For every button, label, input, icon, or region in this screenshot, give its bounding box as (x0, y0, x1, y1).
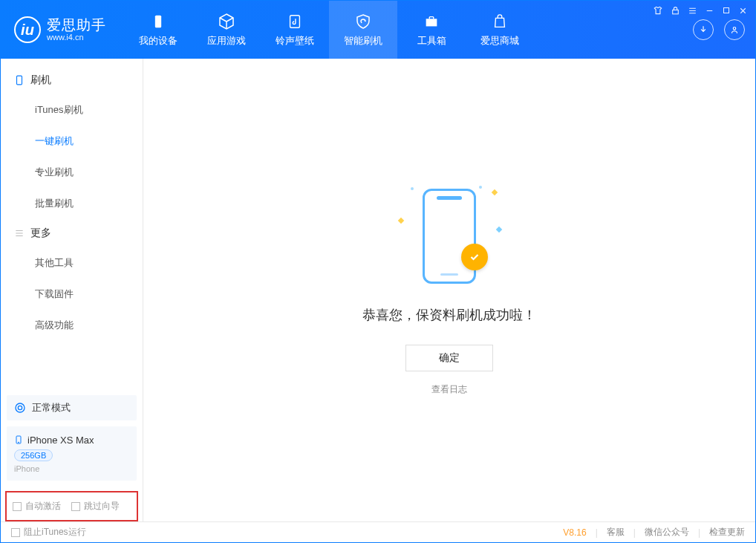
main-nav: 我的设备 应用游戏 铃声壁纸 智能刷机 工具箱 爱思商城 (124, 1, 534, 59)
main-content: 恭喜您，保资料刷机成功啦！ 确定 查看日志 (143, 59, 755, 521)
ok-button[interactable]: 确定 (405, 345, 493, 371)
success-message: 恭喜您，保资料刷机成功啦！ (362, 306, 536, 324)
device-name: iPhone XS Max (27, 435, 94, 446)
sidebar-item-oneclick-flash[interactable]: 一键刷机 (1, 126, 143, 157)
svg-point-6 (16, 403, 25, 412)
nav-label: 智能刷机 (344, 34, 382, 48)
nav-flash[interactable]: 智能刷机 (329, 1, 397, 59)
nav-label: 应用游戏 (207, 34, 246, 48)
sidebar-item-itunes-flash[interactable]: iTunes刷机 (1, 94, 143, 126)
app-logo: iu 爱思助手 www.i4.cn (1, 16, 120, 43)
refresh-shield-icon (353, 12, 373, 31)
maximize-button[interactable] (722, 6, 731, 17)
footer-update-link[interactable]: 检查更新 (709, 526, 745, 539)
shirt-icon[interactable] (653, 5, 663, 18)
toolbox-icon (422, 12, 441, 31)
sidebar-group-flash: 刷机 (1, 66, 143, 94)
success-illustration (397, 184, 501, 288)
logo-badge-icon: iu (14, 16, 41, 43)
device-type: iPhone (14, 464, 129, 473)
sidebar-item-other-tools[interactable]: 其他工具 (1, 247, 143, 279)
device-storage: 256GB (14, 449, 53, 461)
app-header: iu 爱思助手 www.i4.cn 我的设备 应用游戏 铃声壁纸 智能刷机 工具… (1, 1, 755, 59)
svg-point-4 (733, 27, 736, 30)
music-file-icon (285, 12, 304, 31)
connection-status[interactable]: 正常模式 (7, 395, 137, 420)
phone-graphic-icon (423, 189, 476, 284)
window-controls (653, 5, 748, 18)
download-button[interactable] (693, 19, 714, 40)
nav-toolbox[interactable]: 工具箱 (397, 1, 466, 59)
svg-rect-0 (673, 10, 679, 13)
block-itunes-checkbox[interactable]: 阻止iTunes运行 (11, 526, 86, 539)
sidebar: 刷机 iTunes刷机 一键刷机 专业刷机 批量刷机 更多 其他工具 下载固件 … (1, 59, 143, 521)
sidebar-item-pro-flash[interactable]: 专业刷机 (1, 157, 143, 188)
opt-label: 自动激活 (25, 500, 61, 513)
lock-icon[interactable] (671, 6, 680, 18)
sync-icon (14, 402, 26, 414)
bag-icon (490, 12, 509, 31)
view-log-link[interactable]: 查看日志 (431, 383, 467, 396)
opt-label: 跳过向导 (84, 500, 120, 513)
nav-label: 铃声壁纸 (276, 34, 314, 48)
nav-store[interactable]: 爱思商城 (466, 1, 534, 59)
list-icon (14, 228, 25, 238)
sidebar-item-download-firmware[interactable]: 下载固件 (1, 279, 143, 310)
footer-wechat-link[interactable]: 微信公众号 (645, 526, 689, 539)
footer-block-label: 阻止iTunes运行 (24, 526, 86, 539)
app-url: www.i4.cn (47, 33, 106, 42)
group-title: 更多 (30, 227, 51, 240)
nav-ringtones[interactable]: 铃声壁纸 (261, 1, 329, 59)
version-label: V8.16 (563, 527, 586, 538)
menu-icon[interactable] (688, 6, 697, 18)
svg-rect-5 (17, 76, 22, 85)
sidebar-group-more: 更多 (1, 219, 143, 247)
check-badge-icon (461, 244, 488, 270)
sidebar-item-advanced[interactable]: 高级功能 (1, 310, 143, 341)
user-button[interactable] (724, 19, 745, 40)
device-icon (14, 434, 23, 446)
nav-label: 爱思商城 (480, 34, 519, 48)
phone-icon (149, 12, 168, 31)
status-text: 正常模式 (32, 401, 71, 414)
device-card[interactable]: iPhone XS Max 256GB iPhone (7, 426, 137, 481)
header-actions (693, 19, 745, 40)
svg-rect-1 (724, 8, 729, 13)
cube-icon (217, 12, 236, 31)
sidebar-item-batch-flash[interactable]: 批量刷机 (1, 188, 143, 219)
svg-rect-3 (290, 16, 300, 28)
minimize-button[interactable] (705, 6, 714, 18)
group-title: 刷机 (30, 74, 51, 87)
nav-label: 工具箱 (417, 34, 446, 48)
nav-apps[interactable]: 应用游戏 (192, 1, 261, 59)
auto-activate-checkbox[interactable]: 自动激活 (13, 500, 61, 513)
status-bar: 阻止iTunes运行 V8.16 | 客服 | 微信公众号 | 检查更新 (1, 521, 755, 542)
app-name: 爱思助手 (47, 18, 106, 33)
svg-rect-2 (155, 16, 161, 28)
highlighted-options: 自动激活 跳过向导 (5, 491, 138, 521)
nav-my-device[interactable]: 我的设备 (124, 1, 192, 59)
skip-wizard-checkbox[interactable]: 跳过向导 (71, 500, 120, 513)
footer-service-link[interactable]: 客服 (607, 526, 625, 539)
svg-point-8 (19, 442, 19, 443)
phone-outline-icon (14, 74, 25, 86)
nav-label: 我的设备 (139, 34, 177, 48)
close-button[interactable] (738, 6, 748, 18)
